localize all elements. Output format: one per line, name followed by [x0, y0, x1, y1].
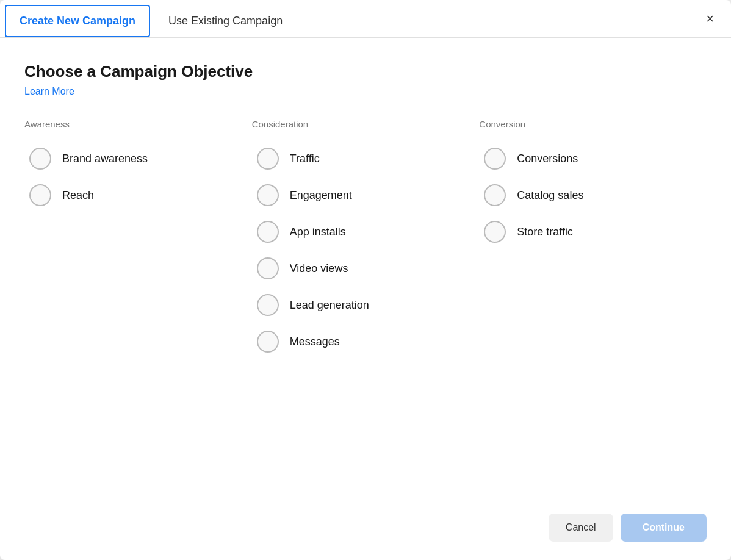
radio-traffic [257, 148, 279, 170]
label-conversions: Conversions [517, 153, 578, 165]
modal-footer: Cancel Continue [0, 501, 731, 560]
consideration-header: Consideration [252, 119, 480, 129]
radio-lead-generation [257, 294, 279, 316]
option-engagement[interactable]: Engagement [252, 178, 480, 212]
radio-conversions [484, 148, 506, 170]
option-catalog-sales[interactable]: Catalog sales [479, 178, 707, 212]
radio-brand-awareness [29, 148, 51, 170]
radio-catalog-sales [484, 184, 506, 206]
label-app-installs: App installs [290, 226, 346, 239]
radio-messages [257, 331, 279, 353]
objectives-grid: Awareness Brand awareness Reach Consider… [24, 119, 707, 483]
awareness-options: Brand awareness Reach [24, 142, 252, 212]
awareness-column: Awareness Brand awareness Reach [24, 119, 252, 483]
awareness-header: Awareness [24, 119, 252, 129]
modal-body: Choose a Campaign Objective Learn More A… [0, 38, 731, 501]
cancel-button[interactable]: Cancel [549, 514, 613, 542]
option-store-traffic[interactable]: Store traffic [479, 215, 707, 249]
option-app-installs[interactable]: App installs [252, 215, 480, 249]
tab-use-existing-campaign[interactable]: Use Existing Campaign [155, 5, 296, 37]
option-brand-awareness[interactable]: Brand awareness [24, 142, 252, 176]
radio-video-views [257, 257, 279, 279]
close-button[interactable]: × [701, 10, 719, 28]
tab-bar: Create New Campaign Use Existing Campaig… [0, 0, 731, 38]
radio-reach [29, 184, 51, 206]
conversion-column: Conversion Conversions Catalog sales Sto… [479, 119, 707, 483]
label-catalog-sales: Catalog sales [517, 189, 583, 202]
label-traffic: Traffic [290, 153, 320, 165]
modal-dialog: Create New Campaign Use Existing Campaig… [0, 0, 731, 560]
conversion-options: Conversions Catalog sales Store traffic [479, 142, 707, 249]
radio-app-installs [257, 221, 279, 243]
radio-engagement [257, 184, 279, 206]
option-lead-generation[interactable]: Lead generation [252, 288, 480, 322]
option-conversions[interactable]: Conversions [479, 142, 707, 176]
label-video-views: Video views [290, 262, 348, 275]
label-messages: Messages [290, 336, 340, 348]
label-lead-generation: Lead generation [290, 299, 369, 312]
conversion-header: Conversion [479, 119, 707, 129]
label-reach: Reach [62, 189, 94, 202]
tab-create-new-campaign[interactable]: Create New Campaign [5, 5, 150, 37]
learn-more-link[interactable]: Learn More [24, 86, 707, 97]
option-messages[interactable]: Messages [252, 325, 480, 359]
label-brand-awareness: Brand awareness [62, 153, 148, 165]
label-engagement: Engagement [290, 189, 352, 202]
section-heading: Choose a Campaign Objective [24, 62, 707, 81]
consideration-options: Traffic Engagement App installs Video vi… [252, 142, 480, 359]
label-store-traffic: Store traffic [517, 226, 573, 239]
consideration-column: Consideration Traffic Engagement App ins… [252, 119, 480, 483]
continue-button[interactable]: Continue [621, 514, 707, 542]
option-reach[interactable]: Reach [24, 178, 252, 212]
option-traffic[interactable]: Traffic [252, 142, 480, 176]
option-video-views[interactable]: Video views [252, 251, 480, 285]
radio-store-traffic [484, 221, 506, 243]
